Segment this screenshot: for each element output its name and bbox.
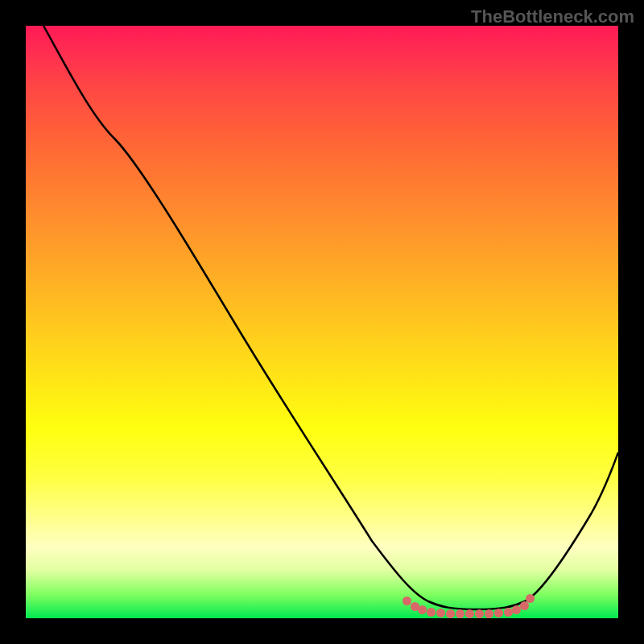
highlight-dot xyxy=(485,609,493,618)
highlight-dot xyxy=(418,605,427,614)
highlight-dot xyxy=(446,609,455,618)
highlight-dot xyxy=(456,609,464,618)
highlight-dot xyxy=(494,609,503,617)
highlight-dot xyxy=(520,601,529,610)
highlight-dot xyxy=(465,609,474,618)
highlight-dot xyxy=(402,597,411,605)
bottleneck-curve xyxy=(26,26,618,618)
highlight-dot xyxy=(526,594,535,603)
highlight-dot xyxy=(427,608,436,617)
highlight-dot xyxy=(475,609,484,618)
watermark-text: TheBottleneck.com xyxy=(471,6,634,27)
highlight-dot xyxy=(436,609,445,617)
chart-plot-area xyxy=(26,26,618,618)
